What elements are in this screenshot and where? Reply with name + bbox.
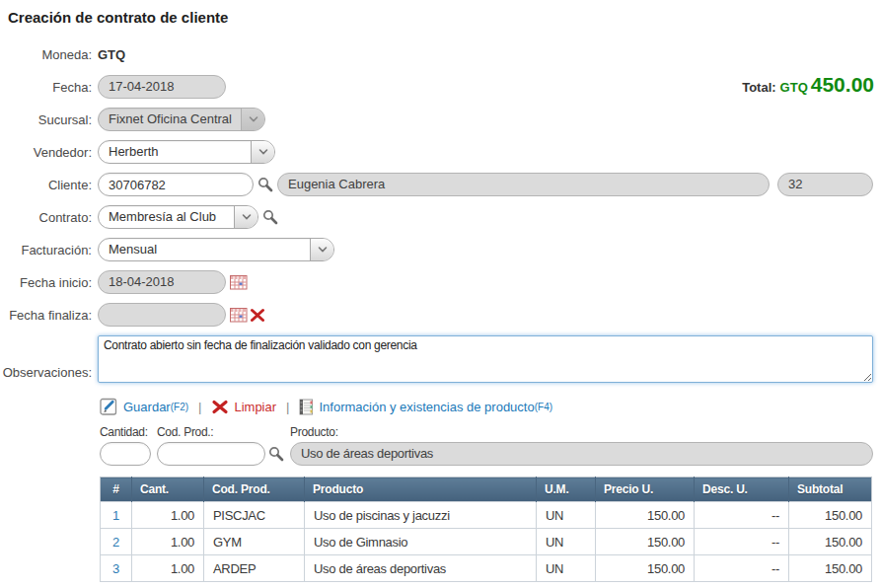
moneda-label: Moneda:	[0, 47, 92, 62]
row-number-link[interactable]: 2	[112, 535, 119, 550]
search-icon[interactable]	[268, 446, 284, 462]
observaciones-textarea[interactable]	[98, 335, 873, 383]
producto-field: Uso de áreas deportivas	[290, 442, 873, 466]
product-info-icon	[299, 399, 314, 415]
cell-cod-prod: GYM	[204, 529, 305, 555]
cliente-code-input[interactable]	[98, 173, 254, 196]
remove-date-icon[interactable]	[250, 308, 265, 323]
cell-cant: 1.00	[132, 529, 204, 555]
fecha-inicio-label: Fecha inicio:	[0, 275, 92, 290]
guardar-fkey: (F2)	[171, 402, 188, 412]
cantidad-input[interactable]	[100, 442, 151, 466]
page-title: Creación de contrato de cliente	[0, 0, 881, 26]
table-header-row: # Cant. Cod. Prod. Producto U.M. Precio …	[101, 478, 872, 502]
cell-producto: Uso de piscinas y jacuzzi	[305, 502, 537, 529]
moneda-row: Moneda: GTQ	[0, 46, 873, 62]
chevron-down-icon	[310, 239, 333, 260]
cod-prod-input[interactable]	[157, 442, 265, 466]
cell-subtotal: 150.00	[789, 529, 872, 555]
producto-info-label: Información y existencias de producto	[319, 400, 534, 414]
fecha-inicio-row: Fecha inicio: 18-04-2018	[0, 270, 873, 294]
col-cod-prod: Cod. Prod.	[204, 478, 305, 502]
col-cant: Cant.	[132, 478, 204, 502]
row-number-link[interactable]: 3	[112, 561, 119, 576]
cell-precio: 150.00	[596, 502, 695, 529]
cell-subtotal: 150.00	[789, 555, 872, 582]
total-currency: GTQ	[780, 80, 808, 95]
contrato-row: Contrato: Membresía al Club	[0, 205, 873, 229]
cell-um: UN	[537, 502, 596, 529]
fecha-field: 17-04-2018	[98, 75, 226, 99]
cell-producto: Uso de áreas deportivas	[305, 555, 537, 582]
fecha-finaliza-label: Fecha finaliza:	[0, 308, 92, 323]
col-subtotal: Subtotal	[789, 478, 872, 502]
sucursal-label: Sucursal:	[0, 112, 92, 127]
cell-um: UN	[537, 529, 596, 555]
col-precio: Precio U.	[596, 478, 695, 502]
sucursal-row: Sucursal: Fixnet Oficina Central	[0, 108, 873, 131]
table-row: 2 1.00 GYM Uso de Gimnasio UN 150.00 -- …	[101, 529, 872, 555]
observaciones-label: Observaciones:	[0, 365, 92, 383]
limpiar-button[interactable]: Limpiar	[211, 399, 276, 415]
toolbar-separator: |	[286, 400, 289, 414]
cell-um: UN	[537, 555, 596, 582]
toolbar-separator: |	[198, 400, 201, 414]
fecha-inicio-field: 18-04-2018	[98, 270, 226, 294]
row-number-link[interactable]: 1	[112, 508, 119, 523]
total-amount: 450.00	[811, 73, 874, 97]
contrato-selected-value: Membresía al Club	[99, 206, 234, 228]
cell-cod-prod: ARDEP	[204, 555, 305, 582]
search-icon[interactable]	[262, 209, 278, 225]
total-display: Total: GTQ 450.00	[742, 73, 874, 97]
clear-x-icon	[211, 399, 229, 415]
contrato-select[interactable]: Membresía al Club	[98, 205, 258, 229]
contract-items-table: # Cant. Cod. Prod. Producto U.M. Precio …	[100, 477, 872, 582]
cliente-label: Cliente:	[0, 178, 92, 192]
total-label: Total:	[742, 80, 775, 95]
col-num: #	[101, 478, 132, 502]
cell-desc: --	[695, 529, 789, 555]
guardar-button[interactable]: Guardar(F2)	[100, 398, 188, 416]
facturacion-label: Facturación:	[0, 243, 92, 257]
table-row: 1 1.00 PISCJAC Uso de piscinas y jacuzzi…	[101, 502, 872, 529]
table-row: 3 1.00 ARDEP Uso de áreas deportivas UN …	[101, 555, 872, 582]
observaciones-row: Observaciones:	[0, 335, 873, 383]
sucursal-select: Fixnet Oficina Central	[98, 108, 265, 131]
producto-info-button[interactable]: Información y existencias de producto(F4…	[299, 399, 552, 415]
chevron-down-icon	[234, 206, 257, 228]
limpiar-label: Limpiar	[234, 400, 276, 414]
producto-group: Producto: Uso de áreas deportivas	[290, 425, 873, 466]
vendedor-label: Vendedor:	[0, 145, 92, 160]
cantidad-label: Cantidad:	[100, 425, 151, 439]
contract-form: Moneda: GTQ Fecha: 17-04-2018 Sucursal: …	[0, 46, 881, 383]
contrato-label: Contrato:	[0, 210, 92, 225]
facturacion-row: Facturación: Mensual	[0, 238, 873, 261]
vendedor-selected-value: Herberth	[99, 141, 251, 163]
cell-precio: 150.00	[596, 529, 695, 555]
edit-pencil-icon	[100, 398, 118, 416]
col-producto: Producto	[305, 478, 537, 502]
cell-desc: --	[695, 555, 789, 582]
cliente-row: Cliente: Eugenia Cabrera 32	[0, 173, 873, 196]
cell-cant: 1.00	[132, 502, 204, 529]
facturacion-select[interactable]: Mensual	[98, 238, 334, 261]
vendedor-select[interactable]: Herberth	[98, 140, 275, 164]
chevron-down-icon	[251, 141, 274, 163]
chevron-down-icon	[241, 109, 264, 130]
cod-prod-group: Cod. Prod.:	[157, 425, 265, 466]
cantidad-group: Cantidad:	[100, 425, 151, 466]
cell-producto: Uso de Gimnasio	[305, 529, 537, 555]
actions-toolbar: Guardar(F2) | Limpiar | Información y ex…	[100, 397, 881, 417]
moneda-value: GTQ	[98, 47, 125, 62]
col-um: U.M.	[537, 478, 596, 502]
cod-prod-label: Cod. Prod.:	[157, 425, 265, 439]
calendar-icon[interactable]	[230, 307, 248, 323]
cell-desc: --	[695, 502, 789, 529]
producto-label: Producto:	[290, 425, 873, 439]
fecha-finaliza-field	[98, 303, 226, 327]
search-icon[interactable]	[257, 177, 273, 192]
cell-precio: 150.00	[596, 555, 695, 582]
calendar-icon[interactable]	[230, 274, 248, 290]
cell-subtotal: 150.00	[789, 502, 872, 529]
cliente-extra-field: 32	[777, 173, 873, 196]
